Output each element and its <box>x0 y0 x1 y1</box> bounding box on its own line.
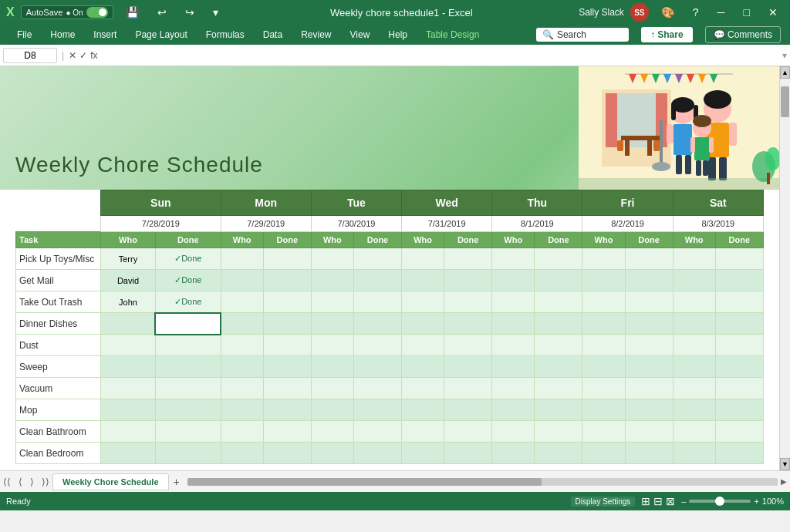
done-tue-8[interactable] <box>353 399 401 421</box>
who-sat-5[interactable] <box>673 335 715 356</box>
menu-review[interactable]: Review <box>293 27 339 42</box>
who-tue-8[interactable] <box>311 399 353 421</box>
who-sat-2[interactable] <box>673 270 715 291</box>
done-mon-7[interactable] <box>263 378 311 399</box>
done-wed-9[interactable] <box>444 421 492 443</box>
who-thu-1[interactable] <box>492 248 535 270</box>
formula-expand-icon[interactable]: ▾ <box>782 50 787 61</box>
who-sun-4[interactable] <box>101 313 156 335</box>
who-mon-1[interactable] <box>221 248 263 270</box>
customize-qat-button[interactable]: ▾ <box>207 3 225 22</box>
done-sat-8[interactable] <box>715 399 763 421</box>
done-fri-7[interactable] <box>625 378 673 399</box>
done-tue-4[interactable] <box>353 313 401 335</box>
page-layout-icon[interactable]: ⊟ <box>653 495 663 507</box>
horizontal-scroll-thumb[interactable] <box>187 478 542 486</box>
done-tue-6[interactable] <box>353 356 401 378</box>
done-thu-8[interactable] <box>535 399 582 421</box>
who-mon-8[interactable] <box>221 399 263 421</box>
done-wed-10[interactable] <box>444 443 492 464</box>
done-sun-9[interactable] <box>155 421 221 443</box>
done-sat-1[interactable] <box>715 248 763 270</box>
done-wed-6[interactable] <box>444 356 492 378</box>
done-fri-3[interactable] <box>625 291 673 313</box>
who-sun-5[interactable] <box>101 335 156 356</box>
redo-button[interactable]: ↪ <box>179 3 201 22</box>
help-button[interactable]: ? <box>687 3 705 22</box>
done-mon-2[interactable] <box>263 270 311 291</box>
who-sat-7[interactable] <box>673 378 715 399</box>
done-sat-4[interactable] <box>715 313 763 335</box>
done-tue-1[interactable] <box>353 248 401 270</box>
who-wed-5[interactable] <box>402 335 444 356</box>
done-wed-4[interactable] <box>444 313 492 335</box>
sheet-first-button[interactable]: ⟨⟨ <box>0 475 14 489</box>
who-fri-3[interactable] <box>582 291 625 313</box>
who-sun-1[interactable]: Terry <box>101 248 156 270</box>
menu-insert[interactable]: Insert <box>86 27 124 42</box>
done-wed-1[interactable] <box>444 248 492 270</box>
who-sat-1[interactable] <box>673 248 715 270</box>
done-tue-2[interactable] <box>353 270 401 291</box>
done-mon-6[interactable] <box>263 356 311 378</box>
who-thu-5[interactable] <box>492 335 535 356</box>
done-fri-10[interactable] <box>625 443 673 464</box>
menu-data[interactable]: Data <box>255 27 290 42</box>
add-sheet-button[interactable]: + <box>169 474 184 490</box>
scroll-up-button[interactable]: ▲ <box>780 66 790 79</box>
vertical-scrollbar[interactable]: ▲ ▼ <box>779 66 790 470</box>
done-sat-5[interactable] <box>715 335 763 356</box>
search-box[interactable]: 🔍 Search <box>536 28 629 42</box>
who-tue-6[interactable] <box>311 356 353 378</box>
menu-table-design[interactable]: Table Design <box>418 27 487 42</box>
done-sun-4-selected[interactable] <box>155 313 221 335</box>
cancel-formula-icon[interactable]: ✕ <box>69 50 76 61</box>
sheet-prev-button[interactable]: ⟨ <box>15 475 25 489</box>
who-wed-9[interactable] <box>402 421 444 443</box>
ribbon-toggle-button[interactable]: 🎨 <box>655 3 680 22</box>
menu-view[interactable]: View <box>343 27 378 42</box>
done-wed-2[interactable] <box>444 270 492 291</box>
who-sat-4[interactable] <box>673 313 715 335</box>
done-fri-4[interactable] <box>625 313 673 335</box>
autosave-badge[interactable]: AutoSave ● On <box>21 5 113 19</box>
zoom-minus[interactable]: – <box>681 497 686 506</box>
who-fri-1[interactable] <box>582 248 625 270</box>
who-wed-3[interactable] <box>402 291 444 313</box>
who-tue-9[interactable] <box>311 421 353 443</box>
done-thu-9[interactable] <box>535 421 582 443</box>
who-thu-2[interactable] <box>492 270 535 291</box>
menu-help[interactable]: Help <box>380 27 415 42</box>
who-tue-10[interactable] <box>311 443 353 464</box>
autosave-toggle[interactable] <box>86 7 108 18</box>
done-sat-6[interactable] <box>715 356 763 378</box>
who-sun-2[interactable]: David <box>101 270 156 291</box>
who-mon-9[interactable] <box>221 421 263 443</box>
who-sun-7[interactable] <box>101 378 156 399</box>
who-sat-3[interactable] <box>673 291 715 313</box>
who-thu-8[interactable] <box>492 399 535 421</box>
done-fri-2[interactable] <box>625 270 673 291</box>
done-sun-3[interactable]: ✓Done <box>155 291 221 313</box>
who-sun-8[interactable] <box>101 399 156 421</box>
who-tue-3[interactable] <box>311 291 353 313</box>
done-tue-5[interactable] <box>353 335 401 356</box>
who-sat-9[interactable] <box>673 421 715 443</box>
who-tue-4[interactable] <box>311 313 353 335</box>
done-thu-10[interactable] <box>535 443 582 464</box>
zoom-plus[interactable]: + <box>754 497 758 506</box>
done-thu-6[interactable] <box>535 356 582 378</box>
zoom-slider[interactable] <box>689 500 751 503</box>
maximize-button[interactable]: □ <box>738 3 756 22</box>
who-sun-9[interactable] <box>101 421 156 443</box>
who-wed-8[interactable] <box>402 399 444 421</box>
minimize-button[interactable]: ─ <box>711 3 731 22</box>
done-thu-1[interactable] <box>535 248 582 270</box>
who-thu-4[interactable] <box>492 313 535 335</box>
who-tue-1[interactable] <box>311 248 353 270</box>
normal-view-icon[interactable]: ⊞ <box>641 495 650 507</box>
done-mon-4[interactable] <box>263 313 311 335</box>
sheet-last-button[interactable]: ⟩⟩ <box>39 475 52 489</box>
done-fri-1[interactable] <box>625 248 673 270</box>
who-sun-6[interactable] <box>101 356 156 378</box>
